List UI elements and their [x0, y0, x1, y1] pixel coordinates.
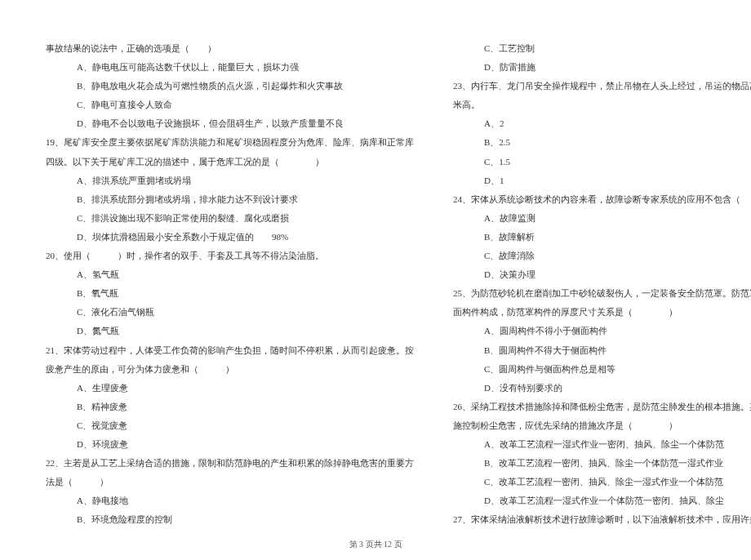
question-22-cont: 法是（ ） — [46, 473, 414, 491]
question-25-cont: 面构件构成，防范罩构件的厚度尺寸关系是（ ） — [453, 303, 751, 322]
option: C、液化石油气钢瓶 — [46, 303, 414, 322]
option: D、没有特别要求的 — [453, 379, 751, 398]
option: A、2 — [453, 114, 751, 133]
option: D、改革工艺流程一湿式作业一个体防范一密闭、抽风、除尘 — [453, 491, 751, 510]
question-26: 26、采纳工程技术措施除掉和降低粉尘危害，是防范尘肺发生的根本措施。某石材厂拟采… — [453, 398, 751, 416]
option: B、精神疲惫 — [46, 398, 414, 416]
option: D、坝体抗滑稳固最小安全系数小于规定值的 98% — [46, 228, 414, 247]
question-23-cont: 米高。 — [453, 96, 751, 114]
question-19-cont: 四级。以下关于尾矿库工况的描述中，属于危库工况的是（ ） — [46, 153, 414, 171]
option: C、视觉疲惫 — [46, 416, 414, 435]
option: D、环境疲惫 — [46, 435, 414, 454]
option: A、氢气瓶 — [46, 265, 414, 284]
option: C、静电可直接令人致命 — [46, 96, 414, 114]
question-21-cont: 疲惫产生的原由，可分为体力疲惫和（ ） — [46, 360, 414, 379]
option: D、决策办理 — [453, 265, 751, 284]
option: A、改革工艺流程一湿式作业一密闭、抽风、除尘一个体防范 — [453, 435, 751, 454]
question-20: 20、使用（ ）时，操作者的双手、手套及工具等不得沾染油脂。 — [46, 247, 414, 265]
option: A、生理疲惫 — [46, 379, 414, 398]
option: A、排洪系统严重拥堵或坍塌 — [46, 171, 414, 190]
page-footer: 第 3 页共 12 页 — [0, 539, 751, 550]
option: D、氮气瓶 — [46, 322, 414, 340]
question-23: 23、内行车、龙门吊安全操作规程中，禁止吊物在人头上经过，吊运的物品离地不得超出… — [453, 77, 751, 96]
question-26-cont: 施控制粉尘危害，应优先采纳的措施次序是（ ） — [453, 416, 751, 435]
option: B、故障解析 — [453, 228, 751, 247]
question-27: 27、宋体采纳油液解析技术进行故障诊断时，以下油液解析技术中，应用许多的是（ ） — [453, 510, 751, 529]
question-22: 22、主若是从工艺上采纳合适的措施，限制和防范静电的产生和积累的除掉静电危害的重… — [46, 454, 414, 473]
option: A、故障监测 — [453, 209, 751, 228]
option: D、防雷措施 — [453, 58, 751, 77]
option: B、氧气瓶 — [46, 284, 414, 303]
option: B、改革工艺流程一密闭、抽风、除尘一个体防范一湿式作业 — [453, 454, 751, 473]
option: C、故障消除 — [453, 247, 751, 265]
question-24: 24、宋体从系统诊断技术的内容来看，故障诊断专家系统的应用不包含（ ） — [453, 190, 751, 209]
option: C、改革工艺流程一密闭、抽风、除尘一湿式作业一个体防范 — [453, 473, 751, 491]
left-column: 事故结果的说法中，正确的选项是（ ） A、静电电压可能高达数千伏以上，能量巨大，… — [46, 39, 414, 529]
option: A、静电电压可能高达数千伏以上，能量巨大，损坏力强 — [46, 58, 414, 77]
option: C、工艺控制 — [453, 39, 751, 58]
option: C、1.5 — [453, 153, 751, 171]
option: D、1 — [453, 171, 751, 190]
exam-page: 事故结果的说法中，正确的选项是（ ） A、静电电压可能高达数千伏以上，能量巨大，… — [0, 0, 751, 553]
option: B、环境危险程度的控制 — [46, 510, 414, 529]
question-25: 25、为防范砂轮机在磨削加工中砂轮破裂伤人，一定装备安全防范罩。防范罩由圆周构件… — [453, 284, 751, 303]
option: B、圆周构件不得大于侧面构件 — [453, 341, 751, 360]
question-19: 19、尾矿库安全度主要依据尾矿库防洪能力和尾矿坝稳固程度分为危库、险库、病库和正… — [46, 133, 414, 152]
option: B、排洪系统部分拥堵或坍塌，排水能力达不到设计要求 — [46, 190, 414, 209]
right-column: C、工艺控制 D、防雷措施 23、内行车、龙门吊安全操作规程中，禁止吊物在人头上… — [453, 39, 751, 529]
option: D、静电不会以致电子设施损坏，但会阻碍生产，以致产质量量不良 — [46, 114, 414, 133]
option: B、静电放电火花会成为可燃性物质的点火源，引起爆炸和火灾事故 — [46, 77, 414, 96]
option: C、排洪设施出现不影响正常使用的裂缝、腐化或磨损 — [46, 209, 414, 228]
option: A、静电接地 — [46, 491, 414, 510]
option: C、圆周构件与侧面构件总是相等 — [453, 360, 751, 379]
option: A、圆周构件不得小于侧面构件 — [453, 322, 751, 340]
q-continuation: 事故结果的说法中，正确的选项是（ ） — [46, 39, 414, 58]
option: B、2.5 — [453, 133, 751, 152]
question-21: 21、宋体劳动过程中，人体受工作负荷的影响产生负担，随时间不停积累，从而引起疲惫… — [46, 341, 414, 360]
